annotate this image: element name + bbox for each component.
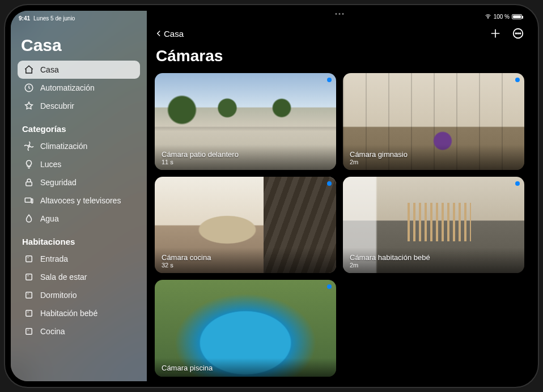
sidebar-item-descubrir[interactable]: Descubrir bbox=[18, 97, 140, 115]
status-bar-right: 100 % bbox=[485, 13, 522, 20]
sidebar-item-label: Descubrir bbox=[40, 101, 74, 110]
camera-timestamp: 11 s bbox=[162, 159, 329, 165]
sidebar-item-casa[interactable]: Casa bbox=[18, 61, 140, 79]
camera-tile-patio-delantero[interactable]: Cámara patio delantero 11 s bbox=[155, 73, 336, 170]
camera-name: Cámara cocina bbox=[162, 253, 329, 262]
camera-overlay: Cámara piscina bbox=[155, 358, 336, 377]
recording-dot-icon bbox=[515, 78, 520, 82]
camera-name: Cámara habitación bebé bbox=[350, 253, 517, 262]
topbar: Casa bbox=[155, 25, 524, 41]
svg-point-1 bbox=[28, 146, 30, 147]
svg-rect-5 bbox=[26, 256, 32, 262]
battery-icon bbox=[512, 14, 522, 19]
svg-rect-3 bbox=[25, 198, 31, 203]
house-icon bbox=[23, 65, 35, 75]
sidebar-item-dormitorio[interactable]: Dormitorio bbox=[18, 286, 140, 304]
sidebar-item-cocina[interactable]: Cocina bbox=[18, 322, 140, 340]
water-drop-icon bbox=[23, 214, 35, 224]
svg-rect-8 bbox=[26, 310, 32, 317]
back-button[interactable]: Casa bbox=[155, 29, 184, 39]
add-button[interactable] bbox=[489, 27, 502, 40]
camera-name: Cámara piscina bbox=[162, 364, 329, 372]
wifi-icon bbox=[485, 13, 491, 20]
more-button[interactable] bbox=[512, 27, 524, 40]
camera-name: Cámara gimnasio bbox=[350, 150, 517, 159]
sidebar-item-luces[interactable]: Luces bbox=[18, 155, 140, 173]
sidebar-item-label: Automatización bbox=[40, 83, 95, 92]
svg-point-12 bbox=[515, 33, 516, 34]
svg-point-13 bbox=[517, 33, 519, 34]
room-icon bbox=[23, 254, 35, 264]
sidebar-item-label: Climatización bbox=[40, 142, 87, 151]
camera-overlay: Cámara patio delantero 11 s bbox=[155, 144, 336, 170]
sidebar-item-label: Casa bbox=[40, 65, 59, 74]
camera-tile-cocina[interactable]: Cámara cocina 32 s bbox=[155, 177, 336, 274]
app-title: Casa bbox=[21, 36, 140, 55]
status-bar-left: 9:41 Lunes 5 de junio bbox=[18, 11, 140, 23]
back-label: Casa bbox=[164, 29, 184, 39]
room-icon bbox=[23, 308, 35, 318]
sidebar-item-label: Sala de estar bbox=[40, 272, 87, 282]
camera-overlay: Cámara cocina 32 s bbox=[155, 248, 336, 273]
camera-timestamp: 32 s bbox=[162, 262, 329, 269]
ipad-frame: 9:41 Lunes 5 de junio Casa Casa Automati… bbox=[5, 5, 538, 387]
camera-timestamp: 2m bbox=[350, 262, 517, 269]
status-date: Lunes 5 de junio bbox=[33, 15, 75, 22]
svg-rect-4 bbox=[32, 199, 33, 203]
sidebar-item-sala[interactable]: Sala de estar bbox=[18, 268, 140, 286]
svg-rect-6 bbox=[26, 274, 32, 280]
sidebar-item-entrada[interactable]: Entrada bbox=[18, 250, 140, 268]
main-content: 100 % Casa bbox=[147, 11, 532, 381]
sidebar-section-habitaciones: Habitaciones bbox=[22, 237, 140, 246]
sidebar-item-label: Habitación bebé bbox=[40, 309, 97, 318]
sidebar: 9:41 Lunes 5 de junio Casa Casa Automati… bbox=[11, 11, 147, 381]
multitask-dots-icon[interactable] bbox=[336, 13, 344, 15]
lightbulb-icon bbox=[23, 159, 35, 169]
svg-rect-2 bbox=[26, 182, 32, 186]
camera-overlay: Cámara habitación bebé 2m bbox=[343, 248, 524, 273]
svg-point-14 bbox=[520, 33, 521, 34]
sidebar-item-climatizacion[interactable]: Climatización bbox=[18, 137, 140, 155]
recording-dot-icon bbox=[327, 78, 332, 82]
lock-icon bbox=[23, 177, 35, 188]
top-actions bbox=[489, 27, 524, 40]
sidebar-item-automatizacion[interactable]: Automatización bbox=[18, 79, 140, 97]
sidebar-item-agua[interactable]: Agua bbox=[18, 210, 140, 228]
screen: 9:41 Lunes 5 de junio Casa Casa Automati… bbox=[11, 11, 532, 381]
camera-grid: Cámara patio delantero 11 s Cámara gimna… bbox=[155, 73, 524, 377]
clock-icon bbox=[23, 83, 35, 93]
status-time: 9:41 bbox=[19, 15, 30, 22]
sidebar-item-label: Luces bbox=[40, 160, 61, 169]
sidebar-item-label: Altavoces y televisores bbox=[40, 196, 121, 205]
sidebar-item-seguridad[interactable]: Seguridad bbox=[18, 173, 140, 191]
sidebar-item-habitacion-bebe[interactable]: Habitación bebé bbox=[18, 304, 140, 322]
sidebar-section-categorias: Categorías bbox=[22, 124, 140, 134]
chevron-left-icon bbox=[155, 29, 163, 37]
camera-tile-piscina[interactable]: Cámara piscina bbox=[155, 280, 336, 377]
sidebar-item-label: Cocina bbox=[40, 327, 65, 336]
tv-speaker-icon bbox=[23, 195, 35, 206]
svg-point-10 bbox=[487, 18, 488, 19]
camera-tile-habitacion-bebe[interactable]: Cámara habitación bebé 2m bbox=[343, 177, 524, 274]
sidebar-item-label: Dormitorio bbox=[40, 291, 77, 300]
sidebar-item-label: Seguridad bbox=[40, 178, 77, 187]
star-icon bbox=[23, 101, 35, 111]
svg-rect-9 bbox=[26, 329, 32, 335]
sidebar-item-label: Entrada bbox=[40, 254, 68, 263]
camera-tile-gimnasio[interactable]: Cámara gimnasio 2m bbox=[343, 73, 524, 170]
room-icon bbox=[23, 326, 35, 336]
camera-timestamp: 2m bbox=[350, 159, 517, 165]
svg-rect-7 bbox=[26, 292, 32, 299]
sidebar-item-altavoces[interactable]: Altavoces y televisores bbox=[18, 191, 140, 210]
room-icon bbox=[23, 272, 35, 282]
camera-name: Cámara patio delantero bbox=[162, 150, 329, 159]
camera-overlay: Cámara gimnasio 2m bbox=[343, 144, 524, 170]
sidebar-item-label: Agua bbox=[40, 214, 59, 223]
recording-dot-icon bbox=[515, 181, 520, 186]
battery-percent: 100 % bbox=[494, 14, 510, 20]
recording-dot-icon bbox=[327, 181, 332, 186]
room-icon bbox=[23, 290, 35, 300]
page-title: Cámaras bbox=[156, 47, 524, 65]
fan-icon bbox=[23, 141, 35, 151]
